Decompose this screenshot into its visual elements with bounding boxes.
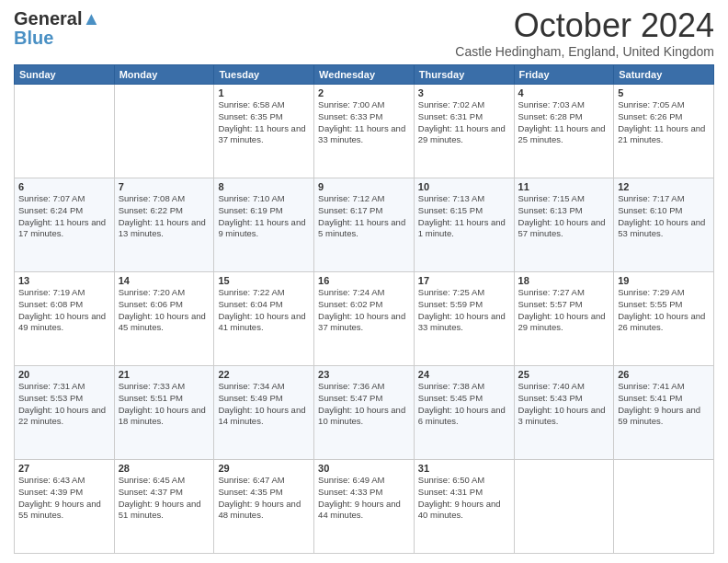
day-info-line: Daylight: 11 hours and 9 minutes.: [218, 217, 310, 241]
day-info-line: Daylight: 11 hours and 17 minutes.: [18, 217, 110, 241]
day-info-line: Daylight: 11 hours and 25 minutes.: [518, 123, 610, 147]
day-info: Sunrise: 7:07 AMSunset: 6:24 PMDaylight:…: [18, 193, 110, 240]
day-info-line: Sunset: 5:55 PM: [618, 299, 710, 311]
day-info-line: Sunset: 5:59 PM: [418, 299, 510, 311]
day-info: Sunrise: 6:58 AMSunset: 6:35 PMDaylight:…: [218, 99, 310, 146]
table-row: 2Sunrise: 7:00 AMSunset: 6:33 PMDaylight…: [314, 85, 415, 178]
day-info-line: Sunset: 4:39 PM: [18, 487, 110, 499]
day-info-line: Sunrise: 6:45 AM: [119, 475, 210, 487]
table-row: [514, 460, 614, 554]
table-row: 26Sunrise: 7:41 AMSunset: 5:41 PMDayligh…: [614, 366, 714, 460]
day-info-line: Sunrise: 7:27 AM: [518, 287, 610, 299]
day-info-line: Sunrise: 7:05 AM: [618, 99, 710, 111]
calendar-week-row: 27Sunrise: 6:43 AMSunset: 4:39 PMDayligh…: [15, 460, 714, 554]
day-info: Sunrise: 7:20 AMSunset: 6:06 PMDaylight:…: [119, 287, 210, 334]
day-info: Sunrise: 6:45 AMSunset: 4:37 PMDaylight:…: [119, 475, 210, 522]
day-info-line: Sunrise: 6:50 AM: [418, 475, 510, 487]
day-number: 13: [18, 275, 110, 286]
day-info-line: Sunset: 4:35 PM: [218, 487, 310, 499]
day-info-line: Sunset: 6:35 PM: [218, 111, 310, 123]
col-friday: Friday: [514, 65, 614, 85]
day-info: Sunrise: 7:19 AMSunset: 6:08 PMDaylight:…: [18, 287, 110, 334]
day-number: 17: [418, 275, 510, 286]
day-info-line: Sunrise: 7:08 AM: [119, 193, 210, 205]
day-info-line: Sunset: 6:17 PM: [318, 205, 410, 217]
day-info-line: Sunrise: 7:33 AM: [119, 381, 210, 393]
day-info-line: Sunrise: 7:17 AM: [618, 193, 710, 205]
day-number: 21: [119, 369, 210, 380]
table-row: 17Sunrise: 7:25 AMSunset: 5:59 PMDayligh…: [414, 272, 514, 366]
day-info-line: Daylight: 11 hours and 37 minutes.: [218, 123, 310, 147]
day-info: Sunrise: 7:40 AMSunset: 5:43 PMDaylight:…: [518, 381, 610, 428]
day-number: 23: [318, 369, 410, 380]
day-info-line: Daylight: 9 hours and 59 minutes.: [618, 405, 710, 429]
day-info-line: Sunrise: 7:40 AM: [518, 381, 610, 393]
table-row: 7Sunrise: 7:08 AMSunset: 6:22 PMDaylight…: [114, 178, 214, 272]
day-info-line: Sunset: 5:47 PM: [318, 393, 410, 405]
day-number: 6: [18, 181, 110, 192]
location: Castle Hedingham, England, United Kingdo…: [455, 44, 714, 59]
day-info-line: Sunset: 6:31 PM: [418, 111, 510, 123]
day-info-line: Sunset: 6:24 PM: [18, 205, 110, 217]
logo: General▲ Blue: [14, 9, 100, 48]
day-info-line: Sunset: 6:19 PM: [218, 205, 310, 217]
day-number: 29: [218, 463, 310, 474]
col-wednesday: Wednesday: [314, 65, 415, 85]
day-info: Sunrise: 7:02 AMSunset: 6:31 PMDaylight:…: [418, 99, 510, 146]
calendar-week-row: 6Sunrise: 7:07 AMSunset: 6:24 PMDaylight…: [15, 178, 714, 272]
day-info-line: Daylight: 11 hours and 29 minutes.: [418, 123, 510, 147]
day-number: 7: [119, 181, 210, 192]
day-number: 9: [318, 181, 410, 192]
day-info-line: Sunrise: 7:00 AM: [318, 99, 410, 111]
table-row: 29Sunrise: 6:47 AMSunset: 4:35 PMDayligh…: [214, 460, 314, 554]
day-info-line: Sunrise: 7:38 AM: [418, 381, 510, 393]
day-info-line: Daylight: 10 hours and 3 minutes.: [518, 405, 610, 429]
day-info-line: Sunset: 5:43 PM: [518, 393, 610, 405]
col-tuesday: Tuesday: [214, 65, 314, 85]
day-info-line: Daylight: 10 hours and 45 minutes.: [119, 311, 210, 335]
day-info-line: Sunrise: 7:24 AM: [318, 287, 410, 299]
day-info-line: Daylight: 10 hours and 53 minutes.: [618, 217, 710, 241]
day-number: 31: [418, 463, 510, 474]
day-number: 11: [518, 181, 610, 192]
day-number: 4: [518, 87, 610, 98]
table-row: 12Sunrise: 7:17 AMSunset: 6:10 PMDayligh…: [614, 178, 714, 272]
day-number: 25: [518, 369, 610, 380]
day-info: Sunrise: 7:10 AMSunset: 6:19 PMDaylight:…: [218, 193, 310, 240]
day-info: Sunrise: 7:12 AMSunset: 6:17 PMDaylight:…: [318, 193, 410, 240]
table-row: [614, 460, 714, 554]
day-number: 15: [218, 275, 310, 286]
day-info-line: Sunset: 6:06 PM: [119, 299, 210, 311]
day-number: 30: [318, 463, 410, 474]
day-info: Sunrise: 6:50 AMSunset: 4:31 PMDaylight:…: [418, 475, 510, 522]
day-info-line: Sunset: 6:08 PM: [18, 299, 110, 311]
day-info-line: Sunset: 5:51 PM: [119, 393, 210, 405]
day-info: Sunrise: 7:05 AMSunset: 6:26 PMDaylight:…: [618, 99, 710, 146]
table-row: 20Sunrise: 7:31 AMSunset: 5:53 PMDayligh…: [15, 366, 115, 460]
day-info-line: Sunrise: 7:13 AM: [418, 193, 510, 205]
table-row: 30Sunrise: 6:49 AMSunset: 4:33 PMDayligh…: [314, 460, 415, 554]
day-info-line: Sunrise: 7:36 AM: [318, 381, 410, 393]
day-info: Sunrise: 7:34 AMSunset: 5:49 PMDaylight:…: [218, 381, 310, 428]
col-saturday: Saturday: [614, 65, 714, 85]
col-thursday: Thursday: [414, 65, 514, 85]
calendar-week-row: 1Sunrise: 6:58 AMSunset: 6:35 PMDaylight…: [15, 85, 714, 178]
day-info-line: Sunset: 6:26 PM: [618, 111, 710, 123]
day-info-line: Daylight: 11 hours and 21 minutes.: [618, 123, 710, 147]
day-info-line: Daylight: 9 hours and 40 minutes.: [418, 499, 510, 523]
table-row: 14Sunrise: 7:20 AMSunset: 6:06 PMDayligh…: [114, 272, 214, 366]
day-info: Sunrise: 7:00 AMSunset: 6:33 PMDaylight:…: [318, 99, 410, 146]
day-info: Sunrise: 7:15 AMSunset: 6:13 PMDaylight:…: [518, 193, 610, 240]
day-info: Sunrise: 6:47 AMSunset: 4:35 PMDaylight:…: [218, 475, 310, 522]
day-info: Sunrise: 7:33 AMSunset: 5:51 PMDaylight:…: [119, 381, 210, 428]
day-number: 16: [318, 275, 410, 286]
day-info-line: Daylight: 9 hours and 44 minutes.: [318, 499, 410, 523]
day-info-line: Sunrise: 7:12 AM: [318, 193, 410, 205]
day-info: Sunrise: 7:31 AMSunset: 5:53 PMDaylight:…: [18, 381, 110, 428]
day-info-line: Sunrise: 7:29 AM: [618, 287, 710, 299]
calendar-header-row: Sunday Monday Tuesday Wednesday Thursday…: [15, 65, 714, 85]
day-info-line: Daylight: 10 hours and 26 minutes.: [618, 311, 710, 335]
day-info-line: Daylight: 9 hours and 51 minutes.: [119, 499, 210, 523]
day-info: Sunrise: 7:03 AMSunset: 6:28 PMDaylight:…: [518, 99, 610, 146]
day-number: 5: [618, 87, 710, 98]
